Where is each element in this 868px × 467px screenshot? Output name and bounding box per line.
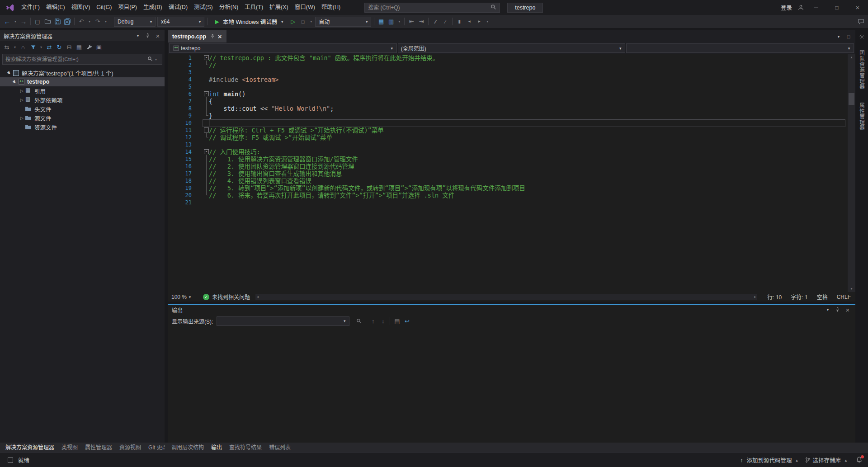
line-number[interactable]: 5 bbox=[168, 83, 192, 90]
line-number[interactable]: 2 bbox=[168, 61, 192, 69]
line-number[interactable]: 16 bbox=[168, 163, 192, 170]
comment-selection-icon[interactable] bbox=[430, 17, 440, 27]
back-dropdown-icon[interactable] bbox=[12, 17, 19, 27]
chevron-collapsed-icon[interactable]: ▷ bbox=[19, 116, 25, 120]
code-line[interactable]: 2// bbox=[168, 61, 847, 69]
code-line[interactable]: 11-// 运行程序: Ctrl + F5 或调试 >“开始执行(不调试)”菜单 bbox=[168, 127, 847, 134]
previous-message-icon[interactable] bbox=[368, 316, 378, 326]
tab-testrepo-cpp[interactable]: testrepo.cpp bbox=[168, 30, 226, 42]
start-debugging-button[interactable]: 本地 Windows 调试器 bbox=[210, 16, 287, 27]
line-number[interactable]: 12 bbox=[168, 134, 192, 141]
code-line[interactable]: 13 bbox=[168, 141, 847, 148]
line-number[interactable]: 20 bbox=[168, 192, 192, 199]
panel-tab[interactable]: 输出 bbox=[208, 443, 226, 453]
tree-item[interactable]: ▶解决方案"testrepo"(1 个项目/共 1 个) bbox=[0, 68, 165, 77]
code-line[interactable]: 6-int main() bbox=[168, 90, 847, 98]
menu-item[interactable]: 分析(N) bbox=[216, 0, 241, 15]
menu-item[interactable]: 项目(P) bbox=[115, 0, 140, 15]
line-number[interactable]: 10 bbox=[168, 119, 192, 127]
menu-item[interactable]: 帮助(H) bbox=[318, 0, 344, 15]
preview-selected-items-icon[interactable] bbox=[94, 42, 104, 52]
menu-item[interactable]: 调试(D) bbox=[165, 0, 191, 15]
open-file-icon[interactable] bbox=[42, 17, 52, 27]
window-position-icon[interactable] bbox=[133, 31, 143, 41]
menu-item[interactable]: Git(G) bbox=[93, 0, 115, 15]
sign-in-button[interactable]: 登录 bbox=[781, 3, 792, 12]
maximize-button[interactable] bbox=[826, 0, 847, 15]
panel-tab[interactable]: 错误列表 bbox=[265, 443, 294, 453]
code-line[interactable]: 19// 5. 转到“项目”>“添加新项”以创建新的代码文件，或转到“项目”>“… bbox=[168, 184, 847, 192]
float-window-icon[interactable] bbox=[844, 32, 854, 42]
autohide-tab[interactable]: 团队资源管理器 bbox=[858, 46, 865, 94]
menu-item[interactable]: 工具(T) bbox=[241, 0, 266, 15]
uncomment-selection-icon[interactable] bbox=[440, 17, 450, 27]
fold-toggle-icon[interactable]: - bbox=[204, 127, 209, 132]
feedback-icon[interactable] bbox=[856, 17, 866, 27]
close-icon[interactable] bbox=[153, 31, 163, 41]
panel-tab[interactable]: 资源视图 bbox=[116, 443, 145, 453]
collapse-all-icon[interactable] bbox=[64, 42, 74, 52]
clear-all-icon[interactable] bbox=[392, 316, 402, 326]
code-editor[interactable]: 1-// testrepo.cpp : 此文件包含 "main" 函数。程序执行… bbox=[168, 54, 855, 292]
background-tasks-icon[interactable] bbox=[5, 455, 15, 465]
code-line[interactable]: 12// 调试程序: F5 或调试 >“开始调试”菜单 bbox=[168, 134, 847, 141]
menu-item[interactable]: 窗口(W) bbox=[292, 0, 318, 15]
code-line[interactable]: 5 bbox=[168, 83, 847, 90]
gear-icon[interactable] bbox=[857, 32, 867, 42]
editor-horizontal-scrollbar[interactable]: ◂ ▸ bbox=[255, 294, 757, 300]
display-member-list-icon[interactable] bbox=[376, 17, 386, 27]
select-repository-button[interactable]: 选择存储库 bbox=[802, 455, 851, 465]
code-line[interactable]: 10 bbox=[168, 119, 847, 127]
line-indicator[interactable]: 行: 10 bbox=[763, 293, 786, 301]
code-line[interactable]: 14-// 入门使用技巧: bbox=[168, 148, 847, 156]
toolbar-options-icon[interactable] bbox=[484, 17, 491, 27]
tree-item[interactable]: ▷源文件 bbox=[0, 113, 165, 123]
decrease-indent-icon[interactable] bbox=[406, 17, 416, 27]
person-icon[interactable] bbox=[796, 3, 806, 13]
line-number[interactable]: 9 bbox=[168, 112, 192, 119]
tree-item[interactable]: 资源文件 bbox=[0, 123, 165, 132]
pin-icon[interactable] bbox=[833, 305, 843, 315]
menu-item[interactable]: 文件(F) bbox=[18, 0, 43, 15]
project-scope-combo[interactable]: testrepo bbox=[169, 43, 397, 53]
autohide-tab[interactable]: 属性管理器 bbox=[858, 99, 865, 135]
minimize-button[interactable] bbox=[806, 0, 826, 15]
line-number[interactable]: 6 bbox=[168, 90, 192, 98]
line-number[interactable]: 3 bbox=[168, 69, 192, 76]
code-line[interactable]: 18// 4. 使用错误列表窗口查看错误 bbox=[168, 177, 847, 184]
show-all-files-icon[interactable] bbox=[74, 42, 84, 52]
fold-toggle-icon[interactable]: - bbox=[204, 149, 209, 154]
line-number[interactable]: 19 bbox=[168, 184, 192, 192]
refresh-icon[interactable] bbox=[54, 42, 64, 52]
code-line[interactable]: 16// 2. 使用团队资源管理器窗口连接到源代码管理 bbox=[168, 163, 847, 170]
undo-icon[interactable] bbox=[76, 17, 86, 27]
zoom-selector[interactable]: 100 % bbox=[171, 292, 193, 302]
code-line[interactable]: 1-// testrepo.cpp : 此文件包含 "main" 函数。程序执行… bbox=[168, 54, 847, 61]
line-ending-indicator[interactable]: CRLF bbox=[832, 294, 855, 300]
panel-tab[interactable]: 查找符号结果 bbox=[226, 443, 265, 453]
tree-item[interactable]: 头文件 bbox=[0, 104, 165, 113]
start-without-debugging-icon[interactable] bbox=[288, 17, 298, 27]
navigate-back-icon[interactable] bbox=[2, 17, 12, 27]
panel-tab[interactable]: 类视图 bbox=[58, 443, 81, 453]
line-number[interactable]: 4 bbox=[168, 76, 192, 83]
spaces-indicator[interactable]: 空格 bbox=[812, 293, 832, 301]
active-files-dropdown-icon[interactable] bbox=[834, 32, 844, 42]
save-icon[interactable] bbox=[52, 17, 62, 27]
line-number[interactable]: 13 bbox=[168, 141, 192, 148]
code-line[interactable]: 21 bbox=[168, 199, 847, 206]
add-to-source-control-button[interactable]: 添加到源代码管理 bbox=[736, 455, 802, 465]
scroll-left-icon[interactable]: ◂ bbox=[257, 295, 259, 299]
line-number[interactable]: 11 bbox=[168, 127, 192, 134]
type-scope-combo[interactable]: (全局范围) bbox=[398, 43, 626, 53]
quick-search-box[interactable] bbox=[364, 3, 500, 13]
editor-vertical-scrollbar[interactable]: ▴ ▾ bbox=[848, 54, 855, 292]
solution-platform-combo[interactable]: x64 bbox=[157, 17, 204, 27]
menu-item[interactable]: 视图(V) bbox=[68, 0, 94, 15]
chevron-down-icon[interactable] bbox=[12, 42, 18, 52]
search-input[interactable] bbox=[368, 5, 491, 11]
vertical-splitter[interactable] bbox=[165, 30, 168, 443]
solution-explorer-search-input[interactable] bbox=[5, 57, 147, 62]
tree-item[interactable]: ▶testrepo bbox=[0, 77, 165, 86]
window-position-icon[interactable] bbox=[823, 305, 833, 315]
